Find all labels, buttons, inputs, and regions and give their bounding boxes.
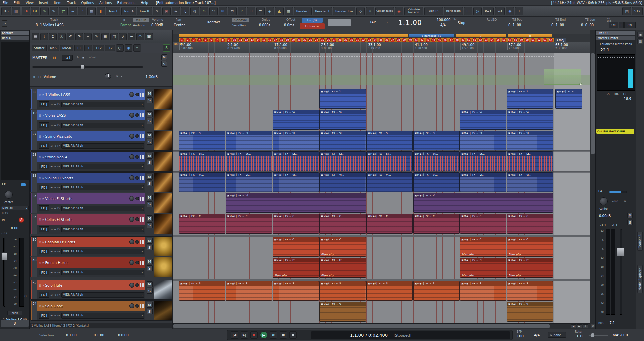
region-marker-44[interactable]: 44 [431,38,436,42]
region-marker-64[interactable]: 64 [549,38,553,42]
monitor-icon[interactable]: » [42,197,44,200]
media-item[interactable]: ▣M◉i│FX~S… [226,281,272,301]
region-marker-60[interactable]: 60 [525,38,529,42]
arrange-view[interactable]: 6 Transpose +178 12345678910111213141516… [173,30,590,329]
gain-value[interactable]: 0.00 [0,226,30,230]
mute-button[interactable]: M [147,132,153,138]
region-marker-6[interactable]: 6 [209,38,213,42]
media-item[interactable]: ▣M◉i│FX~S… [273,281,319,301]
solo-button[interactable]: S [147,160,153,165]
play-position[interactable]: 1.1.00 [398,18,422,27]
crosshair-icon[interactable]: ⌖ [366,7,374,15]
mute-button[interactable]: M [147,238,153,244]
volume-fader-handle[interactable] [1,252,7,260]
region-marker-20[interactable]: 20 [291,38,295,42]
note-icon[interactable]: ♪ [515,7,523,15]
io-icon[interactable]: ⇅ [40,7,49,15]
media-item[interactable]: ▣M◉i│FX~S… [319,281,366,301]
arrange-lanes[interactable]: ▣M◉i│FX~1 …▣M◉i│FX~1 …▣M◉i│FX~▣M◉i│FX~Vi… [173,53,590,323]
region-marker-56[interactable]: 56 [502,38,506,42]
media-item[interactable]: ▣M◉i│FX~S… [319,302,366,322]
media-item[interactable]: ▣M◉i│FX~S… [507,302,553,322]
volume-value[interactable]: 0.00dB [151,23,163,27]
dock-icon[interactable]: ▤ [622,7,631,15]
monitor-icon[interactable]: » [42,114,44,117]
marker-lane[interactable]: 6 Transpose +178 [173,34,590,38]
parent-send-button[interactable]: Parent [120,23,131,27]
record-arm-icon[interactable]: ◎ [39,284,41,287]
timesig-value[interactable]: 4/4 [440,23,446,27]
mute-button[interactable]: M [147,153,153,159]
media-item[interactable]: ▣M◉i│FX~1 … [319,89,366,109]
midi-note-icon[interactable]: ♪ [78,7,86,15]
media-item[interactable]: ▣M◉i│FX~S… [507,281,553,301]
master-volume-value[interactable]: -1.00dB [144,75,158,79]
menu-options[interactable]: Options [78,1,97,5]
midi-input-selector[interactable]: MIDI: All: All ch▾ [61,270,144,275]
collapse-icon[interactable]: ⊟ [247,7,255,15]
menu-track[interactable]: Track [64,1,78,5]
media-item[interactable]: ▣M◉i│FX~C…Marcato [460,237,506,257]
record-arm-icon[interactable]: ◎ [39,135,41,138]
region-marker-40[interactable]: 40 [408,38,413,42]
media-item[interactable]: ▣M◉i│FX~Fr…Marcato [319,258,366,278]
st2-button[interactable]: ST2 [632,7,643,15]
mute-button[interactable]: M [147,215,153,221]
region-marker-54[interactable]: 54 [490,38,494,42]
output-routing-chip[interactable]: Out ESI MAYA22US! [596,129,634,134]
media-item[interactable]: ▣M◉i│FX~C… [179,214,225,234]
color-swatch-icon[interactable]: ▮ [97,7,105,15]
new-project-icon[interactable]: ▤ [32,33,39,40]
pan-knob[interactable] [129,113,134,118]
fx-slot-master-limiter[interactable]: Master Limiter [596,36,635,40]
grid-division-button[interactable]: 1/4 [609,22,618,28]
monitor-icon[interactable]: » [42,135,44,138]
pan-knob[interactable] [129,217,134,222]
region-marker-1[interactable]: 1 [180,38,184,42]
fx-label[interactable]: FX [2,183,6,186]
master-auto-icon[interactable]: ◉ [82,56,84,59]
wave-icon[interactable]: ≈ [172,7,180,15]
fx-enable-toggle[interactable] [21,183,26,186]
solo-button[interactable]: S [147,201,153,207]
env-icon[interactable]: ≈ [50,144,53,148]
master-envelope-lane[interactable] [173,75,590,85]
route-icon[interactable]: ↦ [54,124,57,127]
fx-button[interactable]: FX [39,313,49,319]
horizontal-scrollbar[interactable]: ◀ ▶ ⊕ [173,323,590,329]
menu-item[interactable]: Item [51,1,65,5]
monitor-icon[interactable]: » [42,176,44,180]
record-arm-icon[interactable]: ◎ [39,176,41,180]
pan-knob[interactable] [129,196,134,201]
pitch-down-button[interactable]: P-1 [495,7,505,15]
track-row-10[interactable]: 10◎»Violas LASSFX≈↦FXMIDI: All: All ch▾M… [30,110,172,130]
arc-icon[interactable]: ◠ [136,33,144,40]
master-fx-label[interactable]: FX [598,189,602,193]
timeline-ruler[interactable]: 100 4/4 1.1.000:02.4009.1.000:21.60017.1… [173,42,590,53]
region-marker-50[interactable]: 50 [467,38,471,42]
menu-extensions[interactable]: Extensions [115,1,138,5]
mixer-icon[interactable]: ▥ [12,7,20,15]
media-item[interactable]: ▣M◉i│FX~St… [507,151,553,171]
trim-left-button[interactable]: Trim L [106,7,121,15]
selection-start[interactable]: 0.1.00 [66,333,77,337]
region-lane[interactable]: 1234567891011121314151617181920212223242… [173,38,590,42]
transport-timesig[interactable]: 4/4 [534,333,540,337]
track-row-64[interactable]: 64◎»Solo OboeFX≈↦FXMIDI: All: All ch▾MS [30,300,172,321]
fx-chain-area[interactable] [1,42,29,180]
media-item[interactable]: ▣M◉i│FX~St… [319,151,366,171]
menu-view[interactable]: View [23,1,36,5]
list-icon[interactable]: ≡ [256,7,265,15]
pan-knob[interactable] [129,175,134,180]
rec-button[interactable] [135,217,139,221]
region-marker-28[interactable]: 28 [338,38,342,42]
stop-mode[interactable]: Stop [458,21,465,25]
kontakt-button[interactable]: Kontakt [207,20,220,24]
track-row-28[interactable]: 28◎»String Neo AFX≈↦FXMIDI: All: All ch▾… [30,151,172,172]
region-marker-47[interactable]: 47 [449,38,454,42]
solo-button[interactable]: S [147,118,153,124]
master-solo-button[interactable]: S [627,220,633,225]
region-marker-32[interactable]: 32 [361,38,366,42]
media-item[interactable]: ▣M◉i│FX~St… [226,151,272,171]
master-env-knob[interactable] [105,73,111,79]
